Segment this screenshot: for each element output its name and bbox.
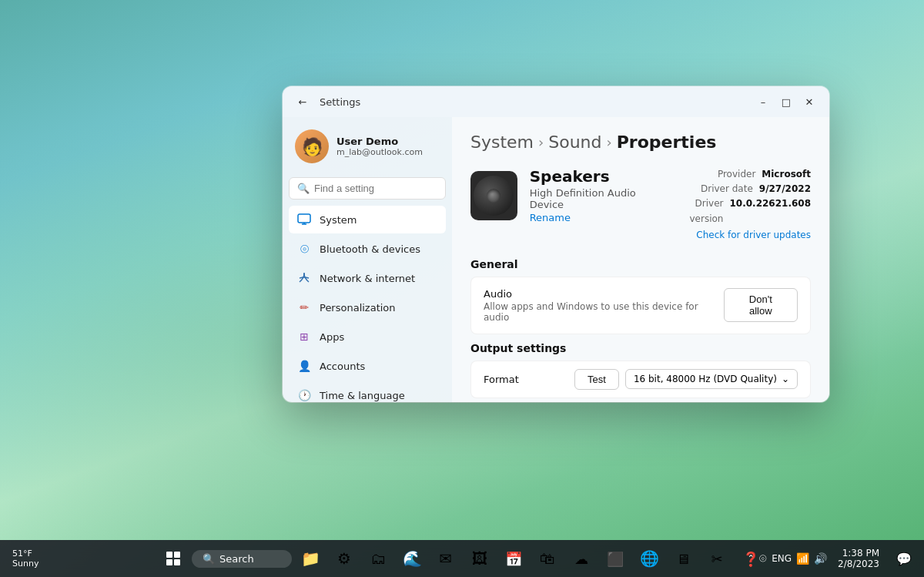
device-icon-wrap [470, 171, 517, 220]
taskbar-photos[interactable]: 🖼 [464, 543, 495, 574]
main-content: System › Sound › Properties Speakers Hig… [452, 117, 829, 402]
output-section-title: Output settings [470, 342, 811, 354]
taskbar-search[interactable]: 🔍 Search [192, 550, 292, 568]
notification-button[interactable]: 💬 [890, 545, 918, 572]
start-button[interactable] [158, 543, 189, 574]
user-profile[interactable]: 🧑 User Demo m_lab@outlook.com [289, 123, 446, 169]
back-button[interactable]: ← [292, 91, 313, 112]
win-logo-q4 [174, 559, 180, 565]
calendar-icon: 📅 [505, 551, 522, 567]
weather-temp: 51°F [12, 548, 38, 559]
clock-date: 2/8/2023 [838, 559, 879, 569]
search-input[interactable] [314, 183, 444, 194]
sidebar-item-bluetooth[interactable]: ⦾ Bluetooth & devices [289, 235, 446, 263]
sidebar-item-accounts[interactable]: 👤 Accounts [289, 352, 446, 380]
settings-icon: ⚙ [337, 549, 351, 568]
terminal-icon: ⬛ [607, 551, 624, 567]
minimize-icon: – [761, 96, 766, 108]
taskbar-settings[interactable]: ⚙ [329, 543, 360, 574]
sidebar-item-apps[interactable]: ⊞ Apps [289, 323, 446, 351]
weather-widget[interactable]: 51°F Sunny [6, 548, 45, 569]
check-driver-link[interactable]: Check for driver updates [696, 230, 811, 240]
breadcrumb-sound[interactable]: Sound [548, 133, 601, 152]
taskbar: 51°F Sunny 🔍 Search 📁 ⚙ 🗂 [0, 540, 924, 577]
onedrive-icon: ☁ [574, 551, 588, 567]
apps-icon: ⊞ [296, 329, 312, 344]
taskbar-edge[interactable]: 🌊 [397, 543, 427, 574]
personalization-icon: ✏ [296, 300, 312, 315]
sidebar-item-personalization[interactable]: ✏ Personalization [289, 294, 446, 321]
volume-tray-icon[interactable]: 🔊 [814, 552, 827, 565]
taskbar-snip[interactable]: ✂ [701, 543, 732, 574]
search-box[interactable]: 🔍 [289, 177, 446, 200]
maximize-button[interactable]: □ [775, 91, 797, 112]
taskbar-chrome[interactable]: 🌐 [634, 543, 665, 574]
settings-window: ← Settings – □ ✕ 🧑 User Demo m_lab@ou [283, 86, 829, 402]
network-icon [296, 270, 312, 286]
help-icon: ❓ [742, 551, 759, 567]
driver-version-value: 10.0.22621.608 [729, 196, 811, 226]
taskbar-calendar[interactable]: 📅 [498, 543, 529, 574]
taskbar-files[interactable]: 📁 [295, 543, 326, 574]
user-info: User Demo m_lab@outlook.com [336, 136, 423, 157]
bluetooth-icon: ⦾ [296, 241, 312, 257]
taskbar-onedrive[interactable]: ☁ [566, 543, 597, 574]
audio-card-row: Audio Allow apps and Windows to use this… [484, 288, 798, 323]
accounts-icon: 👤 [296, 358, 312, 374]
window-controls: – □ ✕ [752, 91, 820, 112]
format-controls: Test 16 bit, 48000 Hz (DVD Quality) ⌄ [574, 369, 798, 390]
audio-desc: Allow apps and Windows to use this devic… [484, 301, 724, 323]
snip-icon: ✂ [711, 551, 722, 567]
taskbar-help[interactable]: ❓ [735, 543, 766, 574]
taskbar-explorer[interactable]: 🗂 [363, 543, 393, 574]
window-body: 🧑 User Demo m_lab@outlook.com 🔍 [283, 117, 829, 402]
provider-value: Microsoft [762, 167, 811, 182]
taskbar-mail[interactable]: ✉ [430, 543, 461, 574]
sidebar-label-time: Time & language [320, 390, 405, 401]
format-row: Format Test 16 bit, 48000 Hz (DVD Qualit… [470, 361, 811, 398]
test-button[interactable]: Test [574, 369, 619, 390]
close-button[interactable]: ✕ [798, 91, 820, 112]
taskbar-left: 51°F Sunny [6, 548, 99, 569]
taskbar-search-icon: 🔍 [203, 553, 215, 565]
sidebar-label-bluetooth: Bluetooth & devices [320, 243, 420, 255]
format-select[interactable]: 16 bit, 48000 Hz (DVD Quality) ⌄ [625, 369, 798, 389]
mail-icon: ✉ [440, 549, 453, 568]
sidebar-label-system: System [320, 214, 357, 226]
device-name: Speakers [530, 167, 666, 186]
format-label: Format [484, 374, 519, 385]
sidebar: 🧑 User Demo m_lab@outlook.com 🔍 [283, 117, 452, 402]
breadcrumb: System › Sound › Properties [470, 133, 811, 152]
dont-allow-button[interactable]: Don't allow [724, 288, 798, 322]
taskbar-store[interactable]: 🛍 [532, 543, 563, 574]
general-section-title: General [470, 258, 811, 270]
clock-time: 1:38 PM [842, 548, 879, 559]
store-icon: 🛍 [540, 549, 555, 568]
driver-version-label: Driver version [666, 196, 724, 226]
win-logo-q1 [166, 552, 172, 558]
sidebar-item-system[interactable]: System [289, 206, 446, 233]
sidebar-item-network[interactable]: Network & internet [289, 264, 446, 292]
taskbar-monitor[interactable]: 🖥 [668, 543, 698, 574]
files-icon: 📁 [301, 549, 320, 568]
taskbar-terminal[interactable]: ⬛ [600, 543, 631, 574]
breadcrumb-system[interactable]: System [470, 133, 534, 152]
monitor-icon: 🖥 [676, 551, 690, 567]
taskbar-right: ⌃ ⦾ ENG 📶 🔊 1:38 PM 2/8/2023 💬 [747, 545, 918, 572]
user-email: m_lab@outlook.com [336, 147, 423, 157]
driver-version-row: Driver version 10.0.22621.608 [666, 196, 811, 226]
back-icon: ← [299, 96, 307, 108]
clock[interactable]: 1:38 PM 2/8/2023 [832, 548, 886, 569]
sidebar-item-time[interactable]: 🕐 Time & language [289, 381, 446, 402]
minimize-button[interactable]: – [752, 91, 774, 112]
edge-icon: 🌊 [403, 549, 422, 568]
photos-icon: 🖼 [472, 549, 487, 568]
provider-row: Provider Microsoft [666, 167, 811, 182]
driver-date-label: Driver date [701, 182, 753, 196]
rename-link[interactable]: Rename [530, 212, 666, 223]
title-bar: ← Settings – □ ✕ [283, 86, 829, 117]
network-tray-icon[interactable]: 📶 [796, 552, 809, 565]
win-logo-q3 [166, 559, 172, 565]
lang-indicator[interactable]: ENG [772, 553, 792, 564]
sidebar-label-apps: Apps [320, 331, 344, 343]
